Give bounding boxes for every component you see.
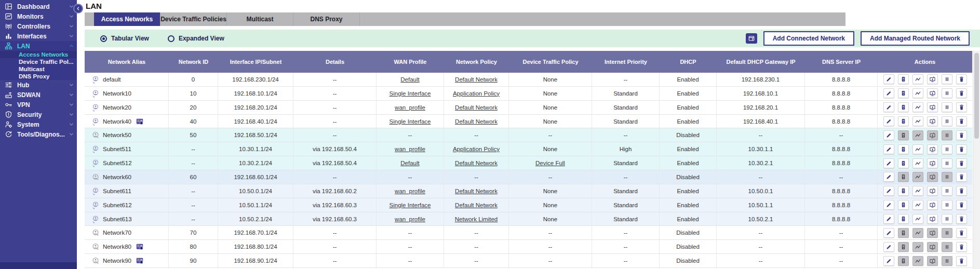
wan_profile-link[interactable]: Default (400, 160, 419, 166)
sidebar-item-vpn[interactable]: VPN (0, 100, 77, 110)
clients-button[interactable] (898, 186, 909, 196)
edit-button[interactable] (883, 88, 894, 98)
pause-button[interactable] (942, 200, 952, 210)
delete-button[interactable] (956, 144, 967, 154)
pause-button[interactable] (942, 74, 952, 84)
sidebar-item-controllers[interactable]: Controllers (0, 21, 77, 31)
sidebar-item-device-traffic-pol[interactable]: Device Traffic Pol... (0, 58, 77, 65)
network_policy-link[interactable]: Default Network (455, 202, 498, 208)
sidebar-item-interfaces[interactable]: Interfaces (0, 31, 77, 41)
activity-button[interactable] (912, 116, 923, 126)
sidebar-item-security[interactable]: Security (0, 110, 77, 119)
pause-button[interactable] (942, 116, 952, 126)
port-forward-button[interactable] (927, 74, 938, 84)
edit-button[interactable] (883, 256, 894, 266)
pause-button[interactable] (942, 144, 952, 154)
pause-button[interactable] (942, 186, 952, 196)
clients-button[interactable] (898, 158, 909, 168)
clients-button[interactable] (898, 102, 909, 112)
edit-button[interactable] (883, 74, 894, 84)
edit-button[interactable] (883, 130, 894, 140)
sidebar-item-access-networks[interactable]: Access Networks (0, 51, 77, 58)
sidebar-collapse-button[interactable] (73, 4, 83, 14)
delete-button[interactable] (956, 158, 967, 168)
pause-button[interactable] (942, 158, 952, 168)
port-forward-button[interactable] (927, 102, 938, 112)
wan_profile-link[interactable]: Default (400, 76, 419, 83)
network_policy-link[interactable]: Default Network (455, 188, 498, 194)
port-forward-button[interactable] (927, 214, 938, 224)
delete-button[interactable] (956, 74, 967, 84)
clients-button[interactable] (898, 88, 909, 98)
pause-button[interactable] (942, 102, 952, 112)
tab-device-traffic-policies[interactable]: Device Traffic Policies (160, 12, 227, 26)
delete-button[interactable] (956, 116, 967, 126)
tab-dns-proxy[interactable]: DNS Proxy (293, 12, 360, 26)
edit-button[interactable] (883, 242, 894, 252)
activity-button[interactable] (912, 214, 923, 224)
wan_profile-link[interactable]: wan_profile (395, 104, 425, 111)
network_policy-link[interactable]: Default Network (455, 104, 498, 111)
delete-button[interactable] (956, 88, 967, 98)
sidebar-item-dns-proxy[interactable]: DNS Proxy (0, 73, 77, 80)
clients-button[interactable] (898, 144, 909, 154)
edit-button[interactable] (883, 116, 894, 126)
delete-button[interactable] (956, 130, 967, 140)
edit-button[interactable] (883, 200, 894, 210)
wan_profile-link[interactable]: Single Interface (390, 118, 431, 125)
network_policy-link[interactable]: Application Policy (453, 146, 500, 152)
edit-button[interactable] (883, 102, 894, 112)
network_policy-link[interactable]: Network Limited (455, 216, 498, 222)
sidebar-item-system[interactable]: System (0, 119, 77, 129)
tab-multicast[interactable]: Multicast (227, 12, 293, 26)
edit-button[interactable] (883, 158, 894, 168)
wan_profile-link[interactable]: wan_profile (395, 188, 425, 194)
clients-button[interactable] (898, 74, 909, 84)
port-forward-button[interactable] (927, 158, 938, 168)
sidebar-item-multicast[interactable]: Multicast (0, 65, 77, 73)
port-forward-button[interactable] (927, 116, 938, 126)
wan_profile-link[interactable]: Single Interface (390, 90, 431, 97)
network_policy-link[interactable]: Application Policy (453, 90, 500, 97)
activity-button[interactable] (912, 200, 923, 210)
sidebar-item-lan[interactable]: LAN (0, 41, 77, 51)
activity-button[interactable] (912, 144, 923, 154)
pause-button[interactable] (942, 214, 952, 224)
radio-icon[interactable] (100, 35, 107, 42)
clients-button[interactable] (898, 200, 909, 210)
port-forward-button[interactable] (927, 200, 938, 210)
wan_profile-link[interactable]: wan_profile (395, 216, 425, 222)
delete-button[interactable] (956, 256, 967, 266)
activity-button[interactable] (912, 158, 923, 168)
edit-button[interactable] (883, 186, 894, 196)
delete-button[interactable] (956, 200, 967, 210)
activity-button[interactable] (912, 102, 923, 112)
edit-button[interactable] (883, 214, 894, 224)
device_traffic_policy-link[interactable]: Device Full (535, 160, 565, 166)
card-view-icon-button[interactable] (746, 33, 757, 44)
network_policy-link[interactable]: Default Network (455, 160, 498, 166)
expanded-view-radio-option[interactable]: Expanded View (168, 35, 224, 42)
tabular-view-radio-option[interactable]: Tabular View (100, 35, 149, 42)
sidebar-item-sdwan[interactable]: SDWAN (0, 90, 77, 100)
wan_profile-link[interactable]: wan_profile (395, 146, 425, 152)
add-managed-routed-network-button[interactable]: Add Managed Routed Network (861, 31, 970, 46)
network_policy-link[interactable]: Default Network (455, 76, 498, 83)
clients-button[interactable] (898, 116, 909, 126)
add-connected-network-button[interactable]: Add Connected Network (763, 31, 854, 46)
sidebar-item-dashboard[interactable]: Dashboard (0, 2, 77, 11)
port-forward-button[interactable] (927, 186, 938, 196)
delete-button[interactable] (956, 242, 967, 252)
tab-access-networks[interactable]: Access Networks (94, 12, 160, 26)
scrollbar-thumb[interactable] (974, 53, 979, 139)
sidebar-item-hub[interactable]: Hub (0, 80, 77, 90)
edit-button[interactable] (883, 172, 894, 182)
delete-button[interactable] (956, 172, 967, 182)
sidebar-item-tools-diagnos[interactable]: Tools/Diagnos... (0, 129, 77, 139)
delete-button[interactable] (956, 186, 967, 196)
port-forward-button[interactable] (927, 88, 938, 98)
edit-button[interactable] (883, 228, 894, 238)
delete-button[interactable] (956, 102, 967, 112)
delete-button[interactable] (956, 214, 967, 224)
clients-button[interactable] (898, 214, 909, 224)
